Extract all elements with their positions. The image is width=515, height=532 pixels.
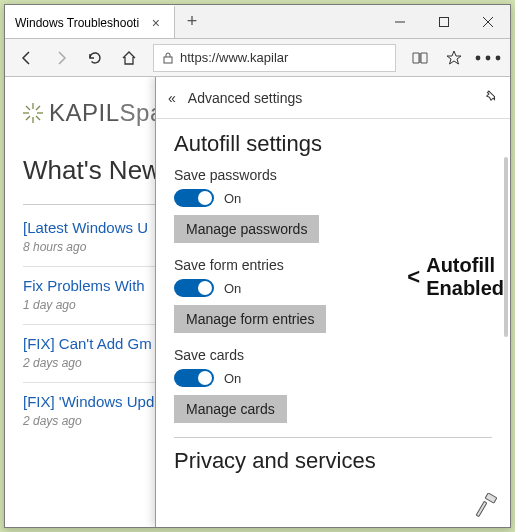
panel-header: « Advanced settings bbox=[156, 77, 510, 119]
svg-rect-1 bbox=[440, 17, 449, 26]
svg-rect-17 bbox=[476, 501, 487, 516]
browser-tab[interactable]: Windows Troubleshooti × bbox=[5, 5, 175, 38]
toggle-save-form-entries[interactable] bbox=[174, 279, 214, 297]
toggle-state: On bbox=[224, 371, 241, 386]
svg-rect-16 bbox=[485, 493, 497, 503]
favorite-button[interactable] bbox=[438, 42, 470, 74]
close-window-button[interactable] bbox=[466, 5, 510, 38]
section-heading: Autofill settings bbox=[174, 131, 492, 157]
svg-point-6 bbox=[486, 55, 491, 60]
lock-icon bbox=[162, 52, 174, 64]
minimize-button[interactable] bbox=[378, 5, 422, 38]
svg-line-13 bbox=[36, 116, 40, 120]
new-tab-button[interactable]: + bbox=[175, 5, 209, 38]
url-text: https://www.kapilar bbox=[180, 50, 288, 65]
watermark-icon bbox=[474, 493, 502, 521]
reading-view-button[interactable] bbox=[404, 42, 436, 74]
panel-body: Autofill settings Save passwords On Mana… bbox=[156, 119, 510, 496]
svg-point-7 bbox=[496, 55, 501, 60]
arrow-left-icon: < bbox=[407, 264, 420, 289]
svg-line-14 bbox=[36, 106, 40, 110]
maximize-button[interactable] bbox=[422, 5, 466, 38]
svg-line-12 bbox=[26, 106, 30, 110]
settings-panel: « Advanced settings Autofill settings Sa… bbox=[155, 77, 510, 527]
toggle-state: On bbox=[224, 191, 241, 206]
nav-bar: https://www.kapilar bbox=[5, 39, 510, 77]
logo-icon bbox=[23, 103, 43, 123]
pin-icon[interactable] bbox=[484, 89, 498, 106]
address-bar[interactable]: https://www.kapilar bbox=[153, 44, 396, 72]
forward-button[interactable] bbox=[45, 42, 77, 74]
section-heading: Privacy and services bbox=[174, 448, 492, 474]
setting-label: Save cards bbox=[174, 347, 492, 363]
annotation-text: Autofill Enabled bbox=[426, 254, 504, 300]
setting-save-passwords: Save passwords On Manage passwords bbox=[174, 167, 492, 243]
refresh-button[interactable] bbox=[79, 42, 111, 74]
content-area: KAPILSpark What's New [Latest Windows U … bbox=[5, 77, 510, 527]
setting-label: Save passwords bbox=[174, 167, 492, 183]
toggle-save-passwords[interactable] bbox=[174, 189, 214, 207]
toggle-save-cards[interactable] bbox=[174, 369, 214, 387]
divider bbox=[174, 437, 492, 438]
more-button[interactable] bbox=[472, 42, 504, 74]
annotation-label: < Autofill Enabled bbox=[407, 254, 504, 300]
back-button[interactable] bbox=[11, 42, 43, 74]
svg-point-5 bbox=[476, 55, 481, 60]
manage-passwords-button[interactable]: Manage passwords bbox=[174, 215, 319, 243]
title-bar: Windows Troubleshooti × + bbox=[5, 5, 510, 39]
svg-line-15 bbox=[26, 116, 30, 120]
panel-title: Advanced settings bbox=[188, 90, 302, 106]
close-tab-icon[interactable]: × bbox=[148, 15, 164, 31]
toggle-state: On bbox=[224, 281, 241, 296]
tab-title: Windows Troubleshooti bbox=[15, 16, 139, 30]
scrollbar[interactable] bbox=[504, 157, 508, 337]
home-button[interactable] bbox=[113, 42, 145, 74]
browser-window: Windows Troubleshooti × + https:/ bbox=[4, 4, 511, 528]
manage-cards-button[interactable]: Manage cards bbox=[174, 395, 287, 423]
back-chevron-icon[interactable]: « bbox=[168, 90, 176, 106]
svg-rect-4 bbox=[164, 57, 172, 63]
manage-form-entries-button[interactable]: Manage form entries bbox=[174, 305, 326, 333]
setting-save-cards: Save cards On Manage cards bbox=[174, 347, 492, 423]
